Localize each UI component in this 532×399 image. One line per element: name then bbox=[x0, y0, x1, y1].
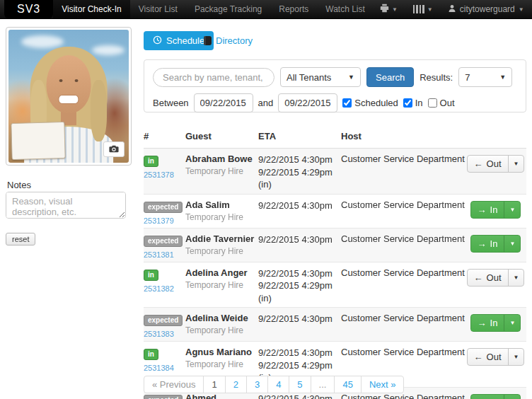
nav-item-visitor-check-in[interactable]: Visitor Check-In bbox=[53, 0, 129, 18]
check-out-button[interactable]: ←Out▼ bbox=[467, 269, 525, 287]
pagination: « Previous 1 2 3 4 5 ... 45 Next » bbox=[144, 376, 404, 393]
top-navbar: SV3 Visitor Check-In Visitor List Packag… bbox=[0, 0, 532, 19]
arrow-right-icon: → bbox=[478, 238, 487, 249]
check-in-button[interactable]: →In▼ bbox=[470, 235, 521, 253]
scheduled-checkbox-input[interactable] bbox=[342, 98, 352, 108]
results-select[interactable]: 7 ▼ bbox=[458, 67, 512, 87]
pagination-next[interactable]: Next » bbox=[361, 376, 405, 393]
tenant-select-value: All Tenants bbox=[287, 72, 331, 83]
nav-item-visitor-list[interactable]: Visitor List bbox=[130, 0, 186, 18]
print-menu-button[interactable]: ▼ bbox=[374, 0, 404, 19]
nav-item-watch-list[interactable]: Watch List bbox=[317, 0, 374, 18]
pagination-page-2[interactable]: 2 bbox=[225, 376, 247, 393]
check-in-button[interactable]: →In▼ bbox=[470, 314, 521, 332]
eta-checkin: 9/22/2015 4:29pm (in) bbox=[258, 279, 341, 304]
check-out-button[interactable]: ←Out▼ bbox=[467, 348, 525, 366]
and-label: and bbox=[258, 98, 274, 108]
caret-down-icon: ▼ bbox=[348, 74, 354, 81]
caret-down-icon[interactable]: ▼ bbox=[504, 315, 520, 331]
caret-down-icon[interactable]: ▼ bbox=[504, 236, 520, 252]
guest-name: Adelina Weide bbox=[185, 313, 258, 323]
caret-down-icon[interactable]: ▼ bbox=[508, 156, 524, 172]
date-from-input[interactable] bbox=[194, 93, 253, 112]
check-out-button[interactable]: ←Out▼ bbox=[467, 155, 525, 173]
notes-label: Notes bbox=[7, 180, 31, 190]
check-in-button[interactable]: →In▼ bbox=[470, 201, 521, 219]
header-guest: Guest bbox=[185, 131, 258, 141]
date-to-input[interactable] bbox=[278, 93, 337, 112]
visitor-id-link[interactable]: 2531379 bbox=[144, 216, 185, 225]
guest-type: Temporary Hire bbox=[185, 212, 258, 222]
user-icon bbox=[448, 4, 456, 15]
out-checkbox[interactable]: Out bbox=[428, 98, 455, 108]
clock-icon bbox=[153, 35, 162, 47]
scheduled-checkbox-label: Scheduled bbox=[354, 98, 398, 108]
pagination-page-5[interactable]: 5 bbox=[289, 376, 311, 393]
guest-type: Temporary Hire bbox=[185, 246, 258, 256]
host-name: Customer Service Department bbox=[341, 233, 465, 259]
in-checkbox[interactable]: In bbox=[403, 98, 423, 108]
camera-button[interactable] bbox=[103, 141, 125, 157]
tab-directory-label: Directory bbox=[216, 35, 253, 46]
search-button[interactable]: Search bbox=[366, 67, 414, 87]
username-label: citytowerguard bbox=[460, 4, 515, 14]
arrow-right-icon: → bbox=[478, 318, 487, 328]
visitor-id-link[interactable]: 2531382 bbox=[144, 284, 185, 293]
pagination-previous[interactable]: « Previous bbox=[144, 376, 204, 393]
pagination-page-45[interactable]: 45 bbox=[334, 376, 361, 393]
nav-item-reports[interactable]: Reports bbox=[270, 0, 317, 18]
results-select-value: 7 bbox=[465, 72, 470, 83]
eta-scheduled: 9/22/2015 4:30pm bbox=[258, 347, 341, 359]
table-row: expected2531383 Adelina WeideTemporary H… bbox=[144, 308, 526, 342]
table-row: in2531382 Adelina AngerTemporary Hire 9/… bbox=[144, 262, 526, 308]
reset-button[interactable]: reset bbox=[6, 233, 35, 245]
camera-icon bbox=[109, 144, 119, 155]
caret-down-icon[interactable]: ▼ bbox=[504, 202, 520, 218]
caret-down-icon: ▼ bbox=[427, 6, 433, 13]
in-checkbox-input[interactable] bbox=[403, 98, 412, 108]
user-menu[interactable]: citytowerguard ▼ bbox=[442, 4, 530, 15]
out-checkbox-label: Out bbox=[440, 98, 455, 108]
visitor-id-link[interactable]: 2531378 bbox=[144, 170, 185, 179]
caret-down-icon: ▼ bbox=[519, 6, 524, 13]
between-label: Between bbox=[153, 98, 189, 108]
navbar-right: ▼ ▼ citytowerguard ▼ bbox=[374, 0, 532, 18]
out-checkbox-input[interactable] bbox=[428, 98, 437, 108]
caret-down-icon[interactable]: ▼ bbox=[508, 270, 524, 286]
nav-items: Visitor Check-In Visitor List Package Tr… bbox=[53, 0, 374, 18]
caret-down-icon[interactable]: ▼ bbox=[508, 349, 524, 365]
action-label: Out bbox=[487, 272, 502, 283]
table-row: expected2531379 Ada SalimTemporary Hire … bbox=[144, 195, 526, 229]
guest-name: Abraham Bowe bbox=[185, 154, 258, 164]
host-name: Customer Service Department bbox=[341, 200, 465, 225]
printer-icon bbox=[380, 3, 389, 16]
guest-name: Ada Salim bbox=[185, 200, 258, 210]
pagination-page-3[interactable]: 3 bbox=[246, 376, 268, 393]
guest-type: Temporary Hire bbox=[185, 359, 258, 369]
visitor-id-link[interactable]: 2531383 bbox=[144, 330, 185, 338]
guest-type: Temporary Hire bbox=[185, 325, 258, 335]
tenant-select[interactable]: All Tenants ▼ bbox=[280, 67, 361, 87]
tab-directory[interactable]: Directory bbox=[204, 31, 253, 50]
scheduled-checkbox[interactable]: Scheduled bbox=[342, 98, 398, 108]
pagination-page-4[interactable]: 4 bbox=[267, 376, 289, 393]
scanner-menu-button[interactable]: ▼ bbox=[407, 0, 439, 19]
check-in-button[interactable]: →In▼ bbox=[470, 394, 521, 399]
eta-checkin: 9/22/2015 4:29pm (in) bbox=[258, 166, 341, 191]
search-input[interactable] bbox=[153, 68, 274, 87]
nav-item-package-tracking[interactable]: Package Tracking bbox=[186, 0, 270, 18]
notes-input[interactable] bbox=[6, 192, 126, 219]
eta-scheduled: 9/22/2015 4:30pm bbox=[258, 267, 341, 280]
pagination-page-1[interactable]: 1 bbox=[203, 376, 225, 393]
barcode-icon bbox=[413, 5, 424, 13]
book-icon bbox=[204, 36, 212, 45]
host-name: Customer Service Department bbox=[341, 313, 465, 338]
visitor-id-link[interactable]: 2531381 bbox=[144, 250, 185, 259]
table-header: # Guest ETA Host bbox=[144, 127, 526, 149]
caret-down-icon[interactable]: ▼ bbox=[504, 395, 520, 399]
in-checkbox-label: In bbox=[415, 98, 423, 108]
tab-schedule-label: Schedule bbox=[166, 35, 204, 46]
status-badge: in bbox=[144, 349, 158, 360]
brand-logo[interactable]: SV3 bbox=[4, 0, 53, 18]
visitor-id-link[interactable]: 2531384 bbox=[144, 364, 185, 372]
